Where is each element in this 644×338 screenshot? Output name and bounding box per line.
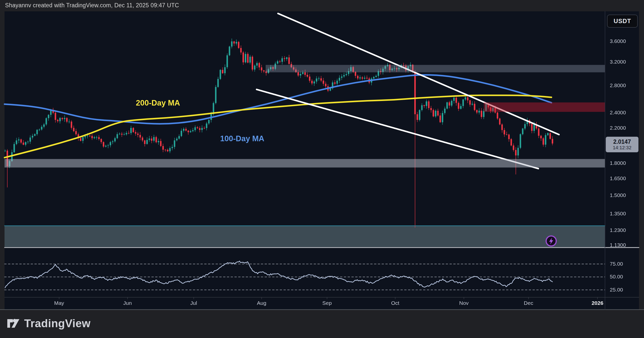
month-label: Sep <box>322 300 332 306</box>
month-label: Aug <box>257 300 266 306</box>
price-tick-label: 2.4000 <box>610 110 626 116</box>
price-chart-canvas[interactable] <box>0 0 644 338</box>
attribution-text: Shayannv created with TradingView.com, D… <box>5 2 179 9</box>
ma100-label: 100-Day MA <box>220 134 264 143</box>
month-label: Nov <box>459 300 468 306</box>
price-tick-label: 3.6000 <box>610 38 626 44</box>
price-tick-label: 2.8000 <box>610 82 626 88</box>
rsi-tick-label: 50.00 <box>610 274 623 280</box>
ma200-label: 200-Day MA <box>136 99 180 108</box>
current-price-badge: 2.0147 14:12:32 <box>606 137 638 152</box>
month-label: May <box>54 300 64 306</box>
price-tick-label: 1.6500 <box>610 175 626 181</box>
candle-countdown: 14:12:32 <box>613 145 631 151</box>
month-label: Oct <box>391 300 399 306</box>
price-tick-label: 1.5000 <box>610 192 626 198</box>
price-tick-label: 1.8000 <box>610 160 626 166</box>
price-tick-label: 1.2300 <box>610 227 626 233</box>
tradingview-logo-icon <box>7 317 21 330</box>
tradingview-logo-text: TradingView <box>24 317 91 330</box>
symbol-badge-label: USDT <box>614 18 631 25</box>
month-label: Dec <box>524 300 533 306</box>
tradingview-chart-page: { "header": {"attribution": "Shayannv cr… <box>0 0 644 338</box>
rsi-tick-label: 75.00 <box>610 261 623 267</box>
tradingview-logo[interactable]: TradingView <box>7 317 91 330</box>
symbol-badge: USDT <box>607 15 638 28</box>
current-price-value: 2.0147 <box>613 138 631 145</box>
month-label: 2026 <box>592 300 603 306</box>
price-tick-label: 1.1300 <box>610 242 626 248</box>
price-tick-label: 1.3500 <box>610 211 626 217</box>
month-label: Jul <box>190 300 197 306</box>
price-tick-label: 3.2000 <box>610 59 626 65</box>
rsi-tick-label: 25.00 <box>610 287 623 293</box>
lightning-sticker-icon[interactable] <box>545 235 557 247</box>
price-tick-label: 2.2000 <box>610 125 626 131</box>
month-label: Jun <box>123 300 132 306</box>
